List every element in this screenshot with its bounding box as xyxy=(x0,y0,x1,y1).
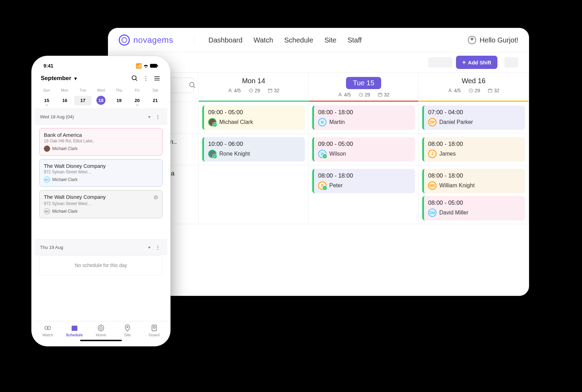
svg-point-2 xyxy=(229,89,231,91)
bnav-guard[interactable]: Guard xyxy=(141,324,167,337)
day-header-tue[interactable]: Tue 15 4/5 29 32 xyxy=(309,73,419,102)
svg-point-27 xyxy=(98,325,104,331)
status-icons: 📶 xyxy=(136,63,158,69)
desktop-window: novagems Dashboard Watch Schedule Site S… xyxy=(108,28,529,296)
status-time: 9:41 xyxy=(44,63,53,69)
bnav-schedule[interactable]: Schedule xyxy=(61,324,87,337)
mobile-card-1[interactable]: The Walt Disney Company 972 Sylvan Stree… xyxy=(39,159,163,187)
shift-card[interactable]: 07:00 - 04:00DPDaniel Parker xyxy=(422,105,525,130)
svg-point-31 xyxy=(153,326,155,328)
day-underline xyxy=(419,101,528,102)
avatar: W xyxy=(318,150,327,158)
bnav-site[interactable]: Site xyxy=(114,324,141,337)
day-label: Tue 15 xyxy=(346,77,382,89)
more-icon[interactable]: ⋮ xyxy=(154,243,162,251)
date-15[interactable]: 15 xyxy=(38,96,55,105)
stat-hours: 29 xyxy=(469,88,480,93)
bnav-watch[interactable]: Watch xyxy=(34,324,61,337)
nav-watch[interactable]: Watch xyxy=(254,36,273,44)
nav-dashboard[interactable]: Dashboard xyxy=(209,36,243,44)
stat-cal: 32 xyxy=(488,88,500,93)
toolbar-placeholder-2 xyxy=(428,57,453,68)
cell-r2c0 xyxy=(199,165,309,224)
month-label[interactable]: September xyxy=(41,75,71,82)
svg-rect-21 xyxy=(157,65,158,67)
user-greeting[interactable]: Hello Gurjot! xyxy=(468,36,518,44)
add-icon[interactable]: + xyxy=(145,112,154,121)
visibility-off-icon: ⊘ xyxy=(154,194,158,201)
home-indicator xyxy=(80,340,122,341)
svg-rect-7 xyxy=(378,93,382,96)
menu-icon[interactable] xyxy=(153,74,161,83)
day-stats: 4/5 29 32 xyxy=(312,92,416,97)
shift-card[interactable]: 09:00 - 05:00WWilson xyxy=(312,137,415,162)
nav-site[interactable]: Site xyxy=(324,36,336,44)
date-17[interactable]: 17 xyxy=(74,96,92,105)
signal-icon: 📶 xyxy=(136,63,142,69)
schedule-toolbar: + Add Shift xyxy=(108,52,529,73)
topbar: novagems Dashboard Watch Schedule Site S… xyxy=(108,28,529,52)
svg-point-22 xyxy=(132,76,136,80)
mobile-screen: 9:41 📶 September ▾ ⋮ Sun Mon Tue W xyxy=(34,59,167,343)
date-21[interactable]: 21 xyxy=(147,96,164,105)
shift-card[interactable]: 08:00 - 18:00PPeter xyxy=(312,169,415,193)
cell-r2c1: 08:00 - 18:00PPeter xyxy=(309,165,419,224)
nav-staff[interactable]: Staff xyxy=(347,36,362,44)
add-shift-button[interactable]: + Add Shift xyxy=(456,56,497,69)
search-icon[interactable] xyxy=(131,74,139,83)
avatar: J xyxy=(428,150,436,158)
shift-card[interactable]: 08:00 - 18:00WKWilliam Knight xyxy=(422,169,525,193)
stat-hours: 29 xyxy=(249,88,260,93)
mobile-card-2[interactable]: The Walt Disney Company⊘ 972 Sylvan Stre… xyxy=(39,190,163,218)
stat-cal: 32 xyxy=(268,88,280,93)
day-header-wed[interactable]: Wed 16 4/5 29 32 xyxy=(419,73,529,102)
svg-point-0 xyxy=(190,83,194,87)
avatar: P xyxy=(318,181,327,190)
month-selector: September ▾ ⋮ xyxy=(34,70,167,87)
mobile-status-bar: 9:41 📶 xyxy=(34,59,167,70)
date-19[interactable]: 19 xyxy=(110,96,128,105)
date-16[interactable]: 16 xyxy=(56,96,73,105)
shift-card[interactable]: 08:00 - 18:00JJames xyxy=(422,137,525,162)
svg-rect-4 xyxy=(268,89,272,92)
avatar: MC xyxy=(44,208,50,214)
avatar: DM xyxy=(428,209,436,217)
svg-line-1 xyxy=(194,86,195,88)
shift-card[interactable]: 08:00 - 18:00MMartin xyxy=(312,105,415,130)
cell-r0c0: 09:00 - 05:00Michael Clark xyxy=(199,102,309,134)
add-shift-label: Add Shift xyxy=(468,60,491,65)
svg-point-8 xyxy=(449,89,451,91)
add-icon[interactable]: + xyxy=(145,243,154,251)
cell-r1c1: 09:00 - 05:00WWilson xyxy=(309,134,419,165)
section-header-wed18: Wed 18 Aug (04) + ⋮ xyxy=(34,109,167,125)
svg-rect-20 xyxy=(150,64,157,68)
stat-hours: 29 xyxy=(359,92,370,97)
shift-card[interactable]: 08:00 - 05:00DMDavid Miller xyxy=(422,196,525,220)
mobile-card-0[interactable]: Bank of America 18 Oak Hill Rd, Elliot L… xyxy=(39,128,163,156)
avatar xyxy=(44,146,50,152)
stat-people: 4/5 xyxy=(338,92,351,97)
stat-cal: 32 xyxy=(378,92,390,97)
chevron-down-icon[interactable]: ▾ xyxy=(74,75,77,82)
svg-rect-10 xyxy=(488,89,492,92)
main-nav: Dashboard Watch Schedule Site Staff xyxy=(194,36,362,44)
more-icon[interactable]: ⋮ xyxy=(154,112,162,121)
nav-schedule[interactable]: Schedule xyxy=(284,36,313,44)
more-icon[interactable]: ⋮ xyxy=(142,74,150,83)
date-row: 15 16 17 18 19 20 21 xyxy=(34,94,167,109)
date-18-active[interactable]: 18 xyxy=(96,96,105,105)
shift-card[interactable]: 09:00 - 05:00Michael Clark xyxy=(202,105,305,130)
svg-point-28 xyxy=(100,327,102,329)
day-underline xyxy=(309,101,418,102)
svg-point-5 xyxy=(339,93,341,95)
day-underline xyxy=(199,101,308,102)
cell-r2c2: 08:00 - 18:00WKWilliam Knight 08:00 - 05… xyxy=(419,165,529,224)
avatar: MC xyxy=(44,177,50,183)
date-20[interactable]: 20 xyxy=(128,96,146,105)
day-label: Wed 16 xyxy=(422,77,526,85)
day-stats: 4/5 29 32 xyxy=(202,88,306,93)
day-stats: 4/5 29 32 xyxy=(422,88,526,93)
shift-card[interactable]: 10:00 - 06:00Rone Knight xyxy=(202,137,305,162)
day-header-mon[interactable]: Mon 14 4/5 29 32 xyxy=(199,73,309,102)
bnav-home[interactable]: Home xyxy=(88,324,114,337)
